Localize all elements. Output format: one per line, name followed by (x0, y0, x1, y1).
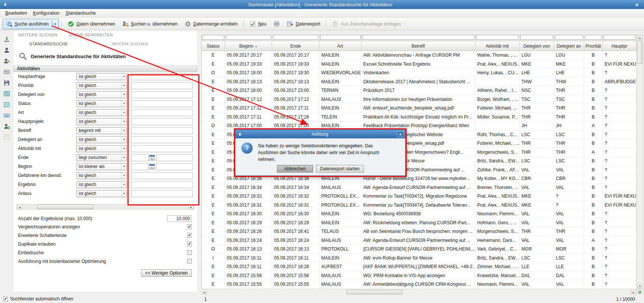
start-export-button[interactable]: Datenexport starten (316, 165, 364, 172)
print-button[interactable] (270, 19, 283, 29)
table-row[interactable]: E05.09.2017 18:0005.09.2017 23:00TERMINP… (202, 86, 637, 95)
column-header[interactable]: Priorität (584, 41, 603, 51)
value-input[interactable] (131, 109, 193, 116)
operator-select[interactable]: ist gleich (76, 82, 127, 89)
less-options-button[interactable]: << Weniger Optionen (141, 269, 192, 277)
count-data-button[interactable]: Datenmenge ermitteln (181, 19, 241, 29)
value-input[interactable] (131, 181, 193, 188)
filter-input[interactable] (476, 35, 519, 40)
value-input[interactable] (131, 172, 193, 179)
table-row[interactable]: E05.09.2017 16:3405.09.2017 16:34MAILAUS… (202, 183, 637, 192)
filter-input[interactable] (362, 35, 475, 40)
value-input[interactable] (131, 136, 193, 143)
operator-select[interactable]: ist gleich (76, 136, 127, 143)
table-row[interactable]: E05.09.2017 17:1105.09.2017 17:26TELEINP… (202, 113, 637, 122)
scroll-up-arrow[interactable] (637, 35, 643, 40)
operator-select[interactable]: ist gleich (76, 172, 127, 179)
table-row[interactable]: E05.09.2017 15:5605.09.2017 15:56MAILAUS… (202, 272, 637, 280)
value-input[interactable] (131, 100, 193, 107)
note-button[interactable] (3, 134, 11, 141)
table-row[interactable]: E05.09.2017 19:3305.09.2017 19:33MAILEIN… (202, 60, 637, 69)
value-input[interactable] (156, 154, 193, 161)
panel-horizontal-scrollbar[interactable] (16, 204, 194, 210)
table-row[interactable]: E05.09.2017 16:3105.09.2017 16:31PROTOKO… (202, 201, 637, 210)
results-limit-input[interactable]: 10.000 (167, 215, 192, 222)
option-checkbox[interactable] (187, 242, 192, 246)
scroll-right-arrow[interactable] (631, 290, 636, 294)
operator-select[interactable]: ist gleich (76, 91, 127, 98)
column-header[interactable]: Status (202, 41, 225, 51)
table-horizontal-scrollbar[interactable] (201, 289, 637, 295)
tab-standardsuche[interactable]: STANDARDSUCHE (29, 42, 68, 46)
table-row[interactable]: E05.09.2017 18:1305.09.2017 18:13MAILEIN… (202, 78, 637, 87)
table-row[interactable]: E05.09.2017 16:3005.09.2017 16:30MAILEIN… (202, 210, 637, 219)
table-row[interactable]: E05.09.2017 17:1105.09.2017 17:11MAILEIN… (202, 104, 637, 113)
tab-weitere-suchen[interactable]: WEITERE SUCHEN (18, 33, 57, 37)
operator-select[interactable]: beginnt mit (76, 127, 127, 134)
dialog-close-button[interactable]: × (397, 131, 404, 137)
option-checkbox[interactable] (187, 250, 192, 255)
value-input[interactable] (131, 127, 193, 134)
value-input[interactable] (131, 118, 193, 125)
filter-input[interactable] (555, 35, 583, 40)
scrollbar-thumb[interactable] (346, 290, 403, 294)
contact-edit-button[interactable] (3, 57, 11, 65)
table-row[interactable]: E05.09.2017 15:5505.09.2017 15:55MAILAUS… (202, 280, 637, 289)
scroll-left-arrow[interactable] (202, 290, 207, 294)
contact-add-button[interactable] (3, 123, 11, 130)
menu-item[interactable]: Bearbeiten (2, 10, 30, 16)
value-input[interactable] (131, 154, 148, 161)
value-input[interactable] (156, 163, 193, 170)
operator-select[interactable]: ist gleich (76, 190, 127, 197)
scrollbar-track[interactable] (22, 204, 189, 209)
menu-item[interactable]: Konfiguration (30, 10, 63, 16)
filter-input[interactable] (273, 35, 319, 40)
table-vertical-scrollbar[interactable] (637, 34, 643, 289)
column-header[interactable]: Beginn (225, 41, 272, 51)
calendar-picker-button[interactable] (149, 164, 155, 170)
filter-input[interactable] (202, 35, 224, 40)
tab-suche-bearbeiten[interactable]: SUCHE BEARBEITEN (69, 33, 113, 37)
column-header[interactable]: Delegiert an (554, 41, 584, 51)
scroll-left-arrow[interactable] (17, 205, 22, 209)
scroll-down-arrow[interactable] (637, 284, 643, 288)
value-input[interactable] (131, 91, 193, 98)
value-input[interactable] (131, 145, 193, 152)
menu-item[interactable]: Standardsuche (63, 10, 99, 16)
tab-mycrm-suchen[interactable]: MYCRM SUCHEN (112, 42, 148, 46)
column-header[interactable]: Ende (272, 41, 319, 51)
table-columns-button[interactable] (3, 101, 11, 108)
scroll-right-arrow[interactable] (189, 205, 194, 209)
scrollbar-thumb[interactable] (637, 40, 643, 64)
column-header[interactable]: Aktivität mit (475, 41, 520, 51)
scrollbar-track[interactable] (637, 40, 643, 284)
save-button[interactable] (3, 79, 11, 87)
operator-select[interactable]: ist gleich (76, 73, 127, 80)
cancel-button[interactable]: Abbrechen (277, 165, 313, 172)
calendar-picker-button[interactable] (149, 155, 155, 160)
table-row[interactable]: E05.09.2017 16:2905.09.2017 16:29MAILEIN… (202, 219, 637, 228)
search-run-button[interactable]: Suche ausführen (3, 19, 59, 29)
operator-select[interactable]: ist gleich (76, 118, 127, 125)
operator-select[interactable]: ist kleiner als (76, 163, 127, 170)
table-row[interactable]: E05.09.2017 16:2405.09.2017 16:24MAILAUS… (202, 236, 637, 245)
table-row[interactable]: E05.09.2017 16:3205.09.2017 16:32PROTOKO… (202, 192, 637, 201)
column-header[interactable]: Delegiert von (520, 41, 554, 51)
table-row[interactable]: O05.09.2017 19:0005.09.2017 19:30WIEDERV… (202, 69, 637, 78)
contact-button[interactable] (3, 46, 11, 54)
table-row[interactable]: I05.09.2017 16:1105.09.2017 16:11MAILEIN… (202, 254, 637, 263)
data-export-button[interactable]: Datenexport (284, 19, 323, 29)
new-item-button[interactable]: Neu (246, 19, 270, 29)
dropdown-caret-icon[interactable] (52, 21, 56, 27)
search-apply-button[interactable]: Suchen u. übernehmen (119, 19, 181, 29)
value-input[interactable] (131, 82, 193, 89)
filter-input[interactable] (226, 35, 271, 40)
table-row[interactable]: E05.09.2017 20:1705.09.2017 20:17MAILEIN… (202, 51, 637, 60)
table-row[interactable]: E05.09.2017 16:2605.09.2017 16:41TELAUSA… (202, 227, 637, 236)
option-checkbox[interactable] (187, 259, 192, 264)
scrollbar-track[interactable] (207, 290, 631, 294)
apply-data-button[interactable]: Daten übernehmen (64, 19, 118, 29)
close-button[interactable]: × (631, 2, 643, 8)
scrollbar-thumb[interactable] (37, 204, 93, 209)
value-input[interactable] (131, 73, 193, 80)
